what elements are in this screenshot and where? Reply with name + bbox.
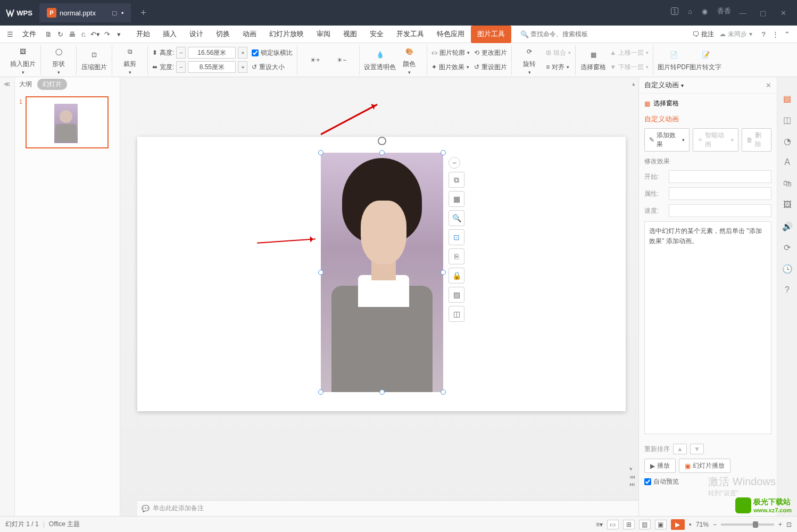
- undo-icon[interactable]: ⎌: [78, 28, 89, 40]
- brightness-button[interactable]: ☀+: [302, 53, 328, 67]
- width-input[interactable]: 8.55厘米: [188, 61, 236, 73]
- side-help-icon[interactable]: ?: [782, 285, 793, 295]
- rotate-button[interactable]: ⟳ 旋转▾: [516, 45, 543, 75]
- approve-label[interactable]: 批注: [701, 30, 714, 39]
- ft-collapse-button[interactable]: −: [449, 157, 460, 169]
- maximize-button[interactable]: ▢: [757, 9, 769, 17]
- side-font-icon[interactable]: A: [782, 157, 793, 168]
- zoom-slider[interactable]: [721, 523, 774, 526]
- pic-to-text-button[interactable]: 📝 图片转文字: [690, 48, 721, 72]
- ft-style-button[interactable]: ▦: [449, 191, 464, 207]
- tab-review[interactable]: 审阅: [310, 26, 337, 43]
- present-icon[interactable]: ▢: [112, 10, 117, 16]
- sorter-view-button[interactable]: ⊞: [623, 520, 635, 529]
- resize-handle-r[interactable]: [441, 270, 446, 275]
- next-slide-icon[interactable]: ⏭: [629, 481, 635, 487]
- shape-button[interactable]: ◯ 形状▾: [45, 45, 72, 75]
- wps-logo[interactable]: WPS: [0, 0, 38, 26]
- notes-view-button[interactable]: ▣: [655, 520, 667, 529]
- side-design-icon[interactable]: ◫: [782, 114, 793, 125]
- ft-crop-button[interactable]: ⧉: [449, 172, 464, 188]
- insert-picture-button[interactable]: 🖼 插入图片▾: [10, 45, 36, 75]
- tab-view[interactable]: 视图: [337, 26, 363, 43]
- resize-handle-bl[interactable]: [318, 389, 323, 395]
- contrast-button[interactable]: ☀−: [328, 53, 355, 67]
- side-sync-icon[interactable]: ⟳: [782, 242, 793, 253]
- more-icon[interactable]: ⋮: [769, 28, 781, 40]
- tab-insert[interactable]: 插入: [156, 26, 183, 43]
- zoom-level[interactable]: 71%: [696, 521, 709, 528]
- height-decrease[interactable]: −: [176, 47, 186, 59]
- side-anim-icon[interactable]: ▤: [782, 93, 793, 104]
- tab-design[interactable]: 设计: [183, 26, 210, 43]
- add-tab-button[interactable]: +: [135, 5, 151, 21]
- width-increase[interactable]: +: [238, 61, 247, 73]
- slide-canvas[interactable]: − ⧉ ▦ 🔍 ⊡ ⎘ 🔒 ▨ ◫ 💬 单击此处添加备注 ▴ ▾ ⏮ ⏭: [120, 77, 638, 516]
- resize-handle-l[interactable]: [318, 270, 323, 275]
- lock-ratio-checkbox[interactable]: 锁定纵横比: [252, 46, 293, 59]
- align-button[interactable]: ≡对齐▾: [546, 61, 571, 73]
- tab-start[interactable]: 开始: [130, 26, 156, 43]
- slides-tab[interactable]: 幻灯片: [37, 79, 67, 90]
- gift-icon[interactable]: ⌂: [688, 7, 692, 15]
- selected-image[interactable]: − ⧉ ▦ 🔍 ⊡ ⎘ 🔒 ▨ ◫: [321, 153, 443, 392]
- pic-to-pdf-button[interactable]: 📄 图片转PDF: [658, 48, 690, 72]
- color-button[interactable]: 🎨 颜色▾: [396, 45, 422, 75]
- slideshow-play-button[interactable]: ▶: [671, 519, 685, 530]
- resize-handle-tl[interactable]: [318, 150, 323, 155]
- crop-button[interactable]: ⧉ 裁剪▾: [117, 45, 143, 75]
- help-icon[interactable]: ?: [758, 28, 769, 40]
- transparency-button[interactable]: 💧 设置透明色: [364, 48, 396, 72]
- sync-status[interactable]: ☁未同步▾: [719, 30, 752, 39]
- compress-button[interactable]: ⊡ 压缩图片: [81, 48, 107, 72]
- resize-handle-t[interactable]: [379, 150, 385, 155]
- ft-copy-button[interactable]: ⎘: [449, 248, 464, 264]
- add-effect-button[interactable]: ✎添加效果▾: [644, 128, 690, 152]
- reading-view-button[interactable]: ▥: [639, 520, 651, 529]
- zoom-out-button[interactable]: −: [713, 521, 717, 528]
- panel-close-icon[interactable]: ✕: [766, 81, 771, 89]
- change-pic-button[interactable]: ⟲更改图片: [474, 46, 507, 59]
- ft-transparent-button[interactable]: ◫: [449, 306, 464, 322]
- normal-view-button[interactable]: ▭: [607, 520, 619, 529]
- side-bag-icon[interactable]: 🛍: [782, 178, 793, 189]
- notes-toggle-icon[interactable]: ≡▾: [596, 521, 603, 528]
- document-tab[interactable]: P normal.pptx ▢ •: [39, 3, 131, 22]
- tab-special[interactable]: 特色应用: [430, 26, 471, 43]
- ft-zoom-button[interactable]: 🔍: [449, 210, 464, 226]
- selection-pane-link[interactable]: ▦ 选择窗格: [644, 99, 771, 108]
- print-preview-icon[interactable]: 🖶: [66, 28, 78, 40]
- outline-tab[interactable]: 大纲: [19, 80, 32, 89]
- print-icon[interactable]: ↻: [54, 28, 66, 40]
- slide-thumbnail-1[interactable]: 1: [26, 96, 109, 148]
- scroll-up-icon[interactable]: ▴: [632, 80, 635, 87]
- prev-slide-icon[interactable]: ⏮: [629, 473, 635, 480]
- search-input[interactable]: [530, 30, 600, 38]
- ft-lock-button[interactable]: 🔒: [449, 268, 464, 284]
- ft-export-button[interactable]: ▨: [449, 287, 464, 303]
- save-icon[interactable]: 🗎: [43, 28, 54, 40]
- tab-slideshow[interactable]: 幻灯片放映: [263, 26, 310, 43]
- zoom-in-button[interactable]: +: [778, 521, 782, 528]
- file-menu[interactable]: 文件: [16, 26, 43, 43]
- undo-dropdown-icon[interactable]: ↶▾: [89, 28, 101, 40]
- tab-transition[interactable]: 切换: [210, 26, 236, 43]
- tab-devtools[interactable]: 开发工具: [390, 26, 430, 43]
- notification-badge[interactable]: 1: [671, 7, 678, 15]
- side-template-icon[interactable]: ◔: [782, 136, 793, 146]
- tab-security[interactable]: 安全: [363, 26, 390, 43]
- height-input[interactable]: 16.56厘米: [188, 47, 236, 59]
- side-history-icon[interactable]: 🕓: [782, 263, 793, 274]
- resize-handle-tr[interactable]: [441, 150, 446, 155]
- fit-button[interactable]: ⊡: [786, 521, 792, 528]
- reset-size-button[interactable]: ↺重设大小: [252, 61, 293, 73]
- side-sound-icon[interactable]: 🔊: [782, 221, 793, 231]
- username[interactable]: 香香: [717, 6, 731, 16]
- user-avatar[interactable]: ◉: [702, 7, 708, 15]
- resize-handle-b[interactable]: [379, 389, 385, 395]
- slideshow-button[interactable]: ▣幻灯片播放: [679, 459, 730, 473]
- width-decrease[interactable]: −: [176, 61, 186, 73]
- outline-button[interactable]: ▭图片轮廓▾: [431, 46, 470, 59]
- menu-icon[interactable]: ☰: [4, 28, 16, 40]
- redo-icon[interactable]: ↷: [101, 28, 113, 40]
